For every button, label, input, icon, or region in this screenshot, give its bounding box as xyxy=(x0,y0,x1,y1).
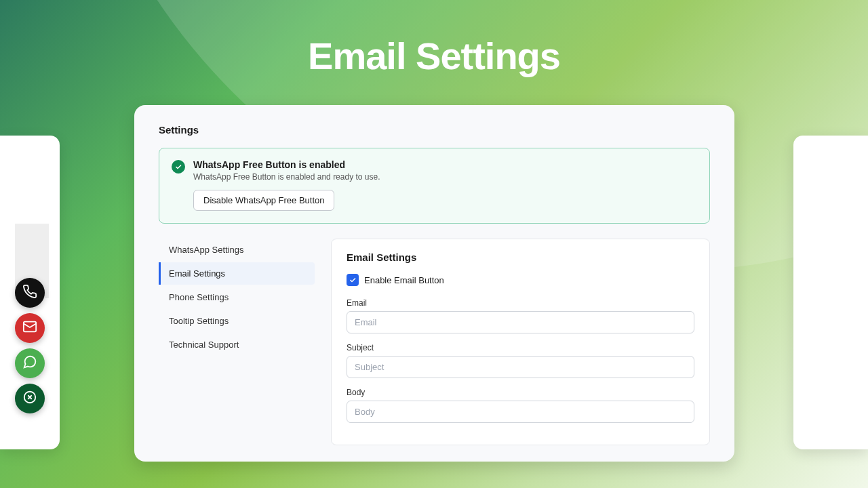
sidebar-item-phone-settings[interactable]: Phone Settings xyxy=(159,286,315,308)
sidebar-item-whatsapp-settings[interactable]: WhatsApp Settings xyxy=(159,239,315,261)
enable-email-label: Enable Email Button xyxy=(364,275,444,285)
settings-card: Settings WhatsApp Free Button is enabled… xyxy=(134,105,734,462)
fab-close[interactable] xyxy=(15,384,45,413)
fab-email[interactable] xyxy=(15,313,45,343)
close-icon xyxy=(22,390,37,407)
sidebar-item-technical-support[interactable]: Technical Support xyxy=(159,333,315,356)
banner-subtitle: WhatsApp Free Button is enabled and read… xyxy=(193,172,697,182)
subject-input[interactable] xyxy=(347,356,694,378)
settings-sidebar: WhatsApp Settings Email Settings Phone S… xyxy=(159,239,315,445)
fab-whatsapp[interactable] xyxy=(15,348,45,378)
body-label: Body xyxy=(347,388,694,397)
page-title: Email Settings xyxy=(0,34,868,78)
settings-heading: Settings xyxy=(159,124,710,136)
email-settings-panel: Email Settings Enable Email Button Email… xyxy=(331,239,710,445)
subject-label: Subject xyxy=(347,343,694,352)
form-title: Email Settings xyxy=(347,251,694,263)
sidebar-item-tooltip-settings[interactable]: Tooltip Settings xyxy=(159,310,315,332)
email-label: Email xyxy=(347,298,694,308)
check-circle-icon xyxy=(172,160,185,174)
email-input[interactable] xyxy=(347,311,694,333)
banner-title: WhatsApp Free Button is enabled xyxy=(193,159,697,170)
disable-whatsapp-button[interactable]: Disable WhatsApp Free Button xyxy=(193,190,334,211)
carousel-right-card xyxy=(793,136,868,449)
sidebar-item-email-settings[interactable]: Email Settings xyxy=(159,262,315,285)
email-icon xyxy=(22,319,37,337)
fab-phone[interactable] xyxy=(15,278,45,308)
floating-button-stack xyxy=(15,278,45,413)
body-input[interactable] xyxy=(347,401,694,423)
status-banner: WhatsApp Free Button is enabled WhatsApp… xyxy=(159,148,710,224)
whatsapp-icon xyxy=(22,354,37,372)
phone-icon xyxy=(22,284,37,302)
enable-email-checkbox[interactable] xyxy=(347,274,359,286)
